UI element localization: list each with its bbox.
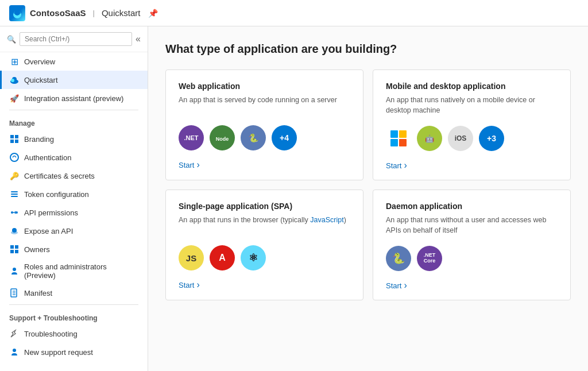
sidebar-item-new-support[interactable]: New support request (0, 343, 148, 361)
spa-start-link[interactable]: Start › (179, 280, 350, 290)
sidebar-item-token[interactable]: Token configuration (0, 185, 148, 203)
sidebar-item-roles[interactable]: Roles and administrators (Preview) (0, 258, 148, 284)
app-name: ContosoSaaS (30, 8, 86, 18)
dotnetcore-icon: .NETCore (417, 246, 442, 271)
svg-rect-18 (10, 245, 14, 249)
chevron-right-icon: › (196, 160, 199, 170)
sidebar-item-label: Token configuration (24, 190, 89, 199)
web-app-start-link[interactable]: Start › (179, 160, 350, 170)
collapse-sidebar-button[interactable]: « (136, 34, 141, 44)
pin-icon[interactable]: 📌 (148, 9, 158, 18)
dotnet-icon: .NET (179, 125, 204, 150)
sidebar-item-troubleshooting[interactable]: Troubleshooting (0, 324, 148, 343)
sidebar-item-label: Troubleshooting (24, 330, 78, 338)
main-layout: 🔍 « ⊞ Overview Quickstart 🚀 Integration … (0, 26, 588, 371)
sidebar-item-authentication[interactable]: Authentication (0, 148, 148, 167)
support-icon (9, 347, 20, 357)
card-mobile-desktop[interactable]: Mobile and desktop application An app th… (373, 69, 571, 180)
svg-rect-20 (10, 250, 14, 253)
svg-text:🤖: 🤖 (425, 134, 435, 144)
sidebar-item-manifest[interactable]: Manifest (0, 284, 148, 302)
card-title: Mobile and desktop application (386, 82, 558, 91)
cards-grid: Web application An app that is served by… (165, 69, 571, 300)
svg-rect-11 (11, 191, 18, 192)
branding-icon (9, 134, 20, 144)
sidebar-item-integration[interactable]: 🚀 Integration assistant (preview) (0, 89, 148, 107)
sidebar-item-expose-api[interactable]: Expose an API (0, 222, 148, 240)
auth-icon (9, 152, 20, 163)
python-icon: 🐍 (241, 125, 266, 150)
sidebar-item-api-permissions[interactable]: API permissions (0, 203, 148, 222)
content-area: What type of application are you buildin… (148, 26, 588, 371)
mobile-start-link[interactable]: Start › (386, 160, 558, 171)
expose-icon (9, 226, 20, 236)
sidebar-item-certificates[interactable]: 🔑 Certificates & secrets (0, 167, 148, 185)
app-icon (9, 5, 25, 21)
python2-icon: 🐍 (386, 246, 411, 271)
card-title: Single-page application (SPA) (179, 202, 350, 211)
sidebar-item-overview[interactable]: ⊞ Overview (0, 52, 148, 71)
card-title: Web application (179, 82, 350, 91)
ios-icon: iOS (448, 126, 473, 151)
card-tech-icons: 🤖 iOS +3 (386, 126, 558, 151)
chevron-right-icon: › (404, 280, 407, 291)
svg-rect-9 (15, 140, 18, 143)
cloud-icon (9, 75, 20, 85)
sidebar-item-label: Branding (24, 135, 54, 144)
card-description: An app that runs in the browser (typical… (179, 215, 350, 235)
card-description: An app that runs without a user and acce… (386, 215, 558, 235)
sidebar-item-label: Quickstart (24, 76, 58, 84)
svg-text:Node: Node (216, 136, 229, 142)
sidebar: 🔍 « ⊞ Overview Quickstart 🚀 Integration … (0, 26, 148, 371)
api-icon (9, 207, 20, 218)
manage-section-label: Manage (0, 113, 148, 130)
plus4-badge: +4 (272, 125, 297, 150)
sidebar-item-label: Owners (24, 245, 50, 254)
card-web-app[interactable]: Web application An app that is served by… (165, 69, 363, 180)
search-input[interactable] (20, 32, 132, 46)
support-section-label: Support + Troubleshooting (0, 307, 148, 324)
page-name: Quickstart (102, 8, 141, 18)
chevron-right-icon: › (404, 160, 407, 171)
android-icon: 🤖 (417, 126, 442, 151)
start-label: Start (179, 161, 194, 169)
sidebar-item-label: API permissions (24, 208, 78, 217)
card-spa[interactable]: Single-page application (SPA) An app tha… (165, 190, 363, 300)
card-daemon[interactable]: Daemon application An app that runs with… (373, 190, 571, 300)
manifest-icon (9, 288, 20, 298)
card-tech-icons: .NET Node 🐍 +4 (179, 125, 350, 150)
chevron-right-icon: › (196, 280, 199, 290)
svg-rect-6 (10, 135, 14, 138)
svg-point-10 (10, 153, 18, 161)
sidebar-item-label: Certificates & secrets (24, 172, 95, 180)
daemon-start-link[interactable]: Start › (386, 280, 558, 291)
sidebar-item-label: Authentication (24, 153, 71, 162)
sidebar-item-label: New support request (24, 348, 93, 357)
sidebar-item-label: Expose an API (24, 227, 73, 235)
manage-divider (9, 110, 138, 110)
sidebar-item-quickstart[interactable]: Quickstart (0, 71, 148, 89)
start-label: Start (179, 281, 194, 289)
grid-icon: ⊞ (9, 56, 20, 67)
roles-icon (9, 266, 20, 276)
windows-icon (386, 126, 411, 151)
svg-rect-13 (11, 196, 18, 197)
sidebar-item-label: Manifest (24, 289, 52, 297)
card-description: An app that is served by code running on… (179, 95, 350, 115)
svg-rect-19 (15, 245, 18, 249)
plus3-badge: +3 (479, 126, 504, 151)
support-divider (9, 304, 138, 305)
card-tech-icons: JS A ⚛ (179, 245, 350, 270)
angular-icon: A (210, 245, 235, 270)
trouble-icon (9, 329, 20, 339)
svg-text:🐍: 🐍 (249, 133, 259, 143)
javascript-icon: JS (179, 245, 204, 270)
sidebar-item-label: Integration assistant (preview) (24, 94, 123, 103)
start-label: Start (386, 281, 401, 290)
title-separator: | (93, 9, 95, 17)
svg-point-14 (11, 211, 13, 214)
svg-point-5 (11, 79, 14, 82)
sidebar-item-branding[interactable]: Branding (0, 130, 148, 148)
sidebar-item-owners[interactable]: Owners (0, 240, 148, 258)
token-icon (9, 189, 20, 199)
